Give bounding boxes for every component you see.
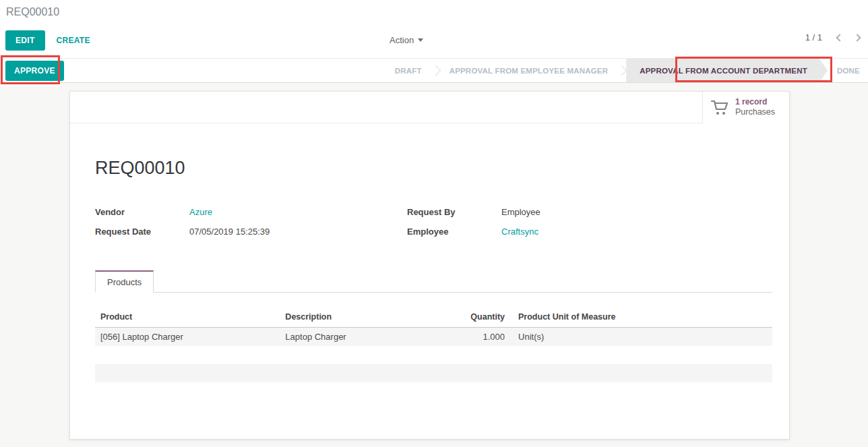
tab-products[interactable]: Products <box>95 270 154 293</box>
chevron-down-icon <box>418 38 423 42</box>
stage-arrow-icon <box>617 65 627 76</box>
stat-button-value: 1 record <box>735 97 775 107</box>
stat-button-text: 1 record Purchases <box>735 97 775 118</box>
pager: 1 / 1 <box>805 32 860 42</box>
field-request-by: Request By Employee <box>407 207 772 217</box>
stage-approval-account-department[interactable]: APPROVAL FROM ACCOUNT DEPARTMENT <box>626 59 828 82</box>
pager-count: 1 / 1 <box>805 32 822 42</box>
pager-next-icon[interactable] <box>853 34 861 41</box>
control-panel: REQ00010 EDIT CREATE Action 1 / 1 <box>0 0 868 58</box>
stage-draft[interactable]: DRAFT <box>385 59 431 82</box>
field-request-date: Request Date 07/05/2019 15:25:39 <box>95 227 407 237</box>
pager-previous-icon[interactable] <box>836 34 843 41</box>
field-vendor: Vendor Azure <box>95 207 407 217</box>
card-button-box: 1 record Purchases <box>70 92 789 123</box>
action-dropdown[interactable]: Action <box>390 35 423 45</box>
approve-button[interactable]: APPROVE <box>5 61 64 81</box>
create-button[interactable]: CREATE <box>57 36 90 45</box>
field-employee: Employee Craftsync <box>407 227 772 237</box>
table-header-row: Product Description Quantity Product Uni… <box>95 308 772 328</box>
cell-quantity[interactable]: 1.000 <box>447 328 508 347</box>
request-date-value: 07/05/2019 15:25:39 <box>189 227 270 237</box>
field-label: Request By <box>407 207 501 217</box>
field-grid: Vendor Azure Request Date 07/05/2019 15:… <box>95 207 772 246</box>
cell-description[interactable]: Laptop Charger <box>280 328 447 347</box>
column-header-uom[interactable]: Product Unit of Measure <box>508 308 772 328</box>
column-header-product[interactable]: Product <box>95 308 280 328</box>
field-column-left: Vendor Azure Request Date 07/05/2019 15:… <box>95 207 407 246</box>
notebook-tabs: Products <box>95 270 772 293</box>
stage-arrow-icon <box>430 65 441 76</box>
empty-row <box>95 364 772 382</box>
column-header-description[interactable]: Description <box>280 308 447 328</box>
statusbar: APPROVE DRAFT APPROVAL FROM EMPLOYEE MAN… <box>0 58 868 83</box>
statusbar-stages: DRAFT APPROVAL FROM EMPLOYEE MANAGER APP… <box>385 59 868 82</box>
field-column-right: Request By Employee Employee Craftsync <box>407 207 772 246</box>
column-header-quantity[interactable]: Quantity <box>447 308 508 328</box>
request-by-value: Employee <box>501 207 540 217</box>
table-row[interactable]: [056] Laptop Charger Laptop Charger 1.00… <box>95 328 772 347</box>
breadcrumb[interactable]: REQ00010 <box>0 0 868 18</box>
field-label: Employee <box>407 227 501 237</box>
control-panel-buttons: EDIT CREATE <box>5 30 90 51</box>
shopping-cart-icon <box>711 100 728 116</box>
stat-button-label: Purchases <box>735 107 775 118</box>
products-table: Product Description Quantity Product Uni… <box>95 308 772 382</box>
field-label: Vendor <box>95 207 189 217</box>
cell-uom[interactable]: Unit(s) <box>508 328 772 347</box>
vendor-link[interactable]: Azure <box>189 207 212 217</box>
action-dropdown-label: Action <box>390 35 414 45</box>
form-card: 1 record Purchases REQ00010 Vendor Azure… <box>69 91 790 440</box>
stage-approval-employee-manager[interactable]: APPROVAL FROM EMPLOYEE MANAGER <box>440 59 618 82</box>
record-title: REQ00010 <box>95 158 772 179</box>
employee-link[interactable]: Craftsync <box>501 227 538 237</box>
stage-done[interactable]: DONE <box>828 59 868 82</box>
form-sheet: REQ00010 Vendor Azure Request Date 07/05… <box>70 158 789 382</box>
empty-row <box>95 346 772 364</box>
purchases-stat-button[interactable]: 1 record Purchases <box>702 92 789 123</box>
cell-product[interactable]: [056] Laptop Charger <box>95 328 280 347</box>
edit-button[interactable]: EDIT <box>5 30 45 51</box>
field-label: Request Date <box>95 227 189 237</box>
